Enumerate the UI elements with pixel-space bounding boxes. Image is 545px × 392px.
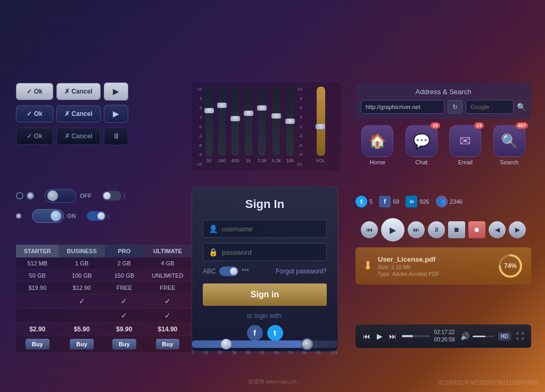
toggle-off-switch[interactable] [45,189,77,203]
ok-button-2[interactable]: ✓ Ok [16,105,53,122]
buy-button-starter[interactable]: Buy [26,339,49,349]
play-button-2[interactable]: ▶ [104,105,128,123]
home-icon: 🏠 [369,133,386,149]
eq-track-4[interactable] [245,87,252,156]
vp-fullscreen-button[interactable]: ⛶ [515,332,525,340]
eq-track-6[interactable] [272,87,280,156]
next-button[interactable]: ▶ [509,221,526,238]
table-row: ✓ ✓ ✓ [16,294,192,308]
facebook-login-button[interactable]: f [247,325,263,341]
pause-button-main[interactable]: ⏸ [428,221,445,238]
progress-circle: 74% [497,253,524,279]
ok-button-3[interactable]: ✓ Ok [16,128,53,145]
download-type: Type: Adobe Acrobat PDF [378,271,492,277]
eq-track-2[interactable] [218,87,226,156]
vp-play-button[interactable]: ▶ [376,332,384,340]
progress-svg [497,253,524,279]
vp-volume-track[interactable] [473,336,494,337]
eq-thumb-4[interactable] [244,111,253,116]
cancel-button-1[interactable]: ✗ Cancel [56,83,101,100]
lock-icon: 🔒 [209,248,218,256]
eq-thumb-2[interactable] [217,103,227,108]
toggle-row-2: ON | [16,209,125,223]
eq-track-5[interactable] [258,87,266,156]
pricing-section: STARTER BUSINESS PRO ULTIMATE 512 MB 1 G… [16,245,192,353]
cancel-button-3[interactable]: ✗ Cancel [56,128,101,145]
group-count: 2346 [450,198,463,205]
radio-dot-off[interactable] [16,192,23,199]
nav-icon-search[interactable]: 🔍 457 Search [493,125,525,165]
range-thumb-left[interactable] [221,339,232,349]
forgot-password-link[interactable]: Forgot password? [276,268,327,275]
pricing-table: STARTER BUSINESS PRO ULTIMATE 512 MB 1 G… [16,245,192,353]
rewind-button[interactable]: ⏮ [361,221,378,238]
small-toggle-label-2: | [108,213,110,219]
toggle-row-1: OFF | [16,189,125,203]
password-input[interactable] [222,248,321,256]
prev-button[interactable]: ◀ [489,221,506,238]
url-input[interactable] [361,100,444,114]
nav-icon-home[interactable]: 🏠 Home [361,125,393,165]
pricing-header-ultimate: ULTIMATE [144,245,192,257]
nav-icon-email[interactable]: ✉ 23 Email [449,125,481,165]
eq-bar-16k: 16k [286,87,294,163]
video-player-section: ⏮ ▶ ⏭ 02:17:22 00:26:58 🔊 HD ⛶ [356,324,531,348]
buy-button-business[interactable]: Buy [70,339,94,349]
search-label: Search [500,159,518,165]
toggle-on-switch[interactable] [32,209,64,223]
vp-rewind-button[interactable]: ⏮ [362,332,371,340]
table-row-buy: Buy Buy Buy Buy [16,336,192,353]
eq-track-3[interactable] [232,87,239,156]
cancel-button-2[interactable]: ✗ Cancel [56,105,101,122]
eq-thumb-vol[interactable] [316,124,325,129]
eq-track-1[interactable] [205,87,213,156]
eq-thumb-3[interactable] [230,116,240,121]
range-fill [192,340,301,348]
small-toggle-1[interactable] [102,191,121,201]
abc-toggle-group: ABC *** [203,266,249,276]
social-linkedin: in 926 [406,196,429,207]
buy-button-ultimate[interactable]: Buy [156,339,180,349]
home-label: Home [370,159,385,165]
twitter-count: 5 [369,198,373,205]
equalizer-section: 12 9 6 3 0 -3 -6 -9 -12 50 160 [192,82,341,189]
record-button[interactable]: ⏺ [468,221,485,238]
eq-scale-2: 12 9 6 3 0 -3 -6 -9 -12 [296,87,303,166]
vp-forward-button[interactable]: ⏭ [388,332,398,340]
range-thumb-right[interactable] [301,338,313,350]
vp-volume-icon: 🔊 [459,332,470,340]
eq-thumb-7[interactable] [285,119,295,124]
search-icon: 🔍 [517,100,526,114]
download-filename: User_License.pdf [378,255,492,263]
eq-track-vol[interactable] [317,87,325,156]
signin-button[interactable]: Sign in [203,283,327,306]
or-login-text: or login with: [203,312,327,320]
range-track[interactable] [192,340,338,348]
radio-dot-2[interactable] [16,213,21,219]
buy-button-pro[interactable]: Buy [112,339,136,349]
chat-icon: 💬 [413,133,430,149]
ok-button-1[interactable]: ✓ Ok [16,83,53,100]
vp-progress-track[interactable] [402,335,430,337]
eq-thumb-5[interactable] [257,105,267,111]
play-button-main[interactable]: ▶ [381,218,404,241]
password-toggle[interactable] [219,266,238,276]
signin-section: Sign In 👤 🔒 ABC *** Forgot password? Sig… [192,186,338,352]
vp-hd-badge: HD [498,332,511,340]
radio-dot-on[interactable] [27,192,34,199]
eq-thumb-1[interactable] [204,108,214,113]
twitter-login-button[interactable]: t [267,325,283,341]
fast-forward-button[interactable]: ⏭ [408,221,425,238]
play-button-1[interactable]: ▶ [104,82,128,101]
search-badge: 457 [516,122,528,129]
pause-button-3[interactable]: ⏸ [104,127,128,145]
search-input[interactable] [466,100,514,114]
stop-button[interactable]: ⏹ [448,221,465,238]
eq-thumb-6[interactable] [271,113,281,119]
nav-icon-chat[interactable]: 💬 19 Chat [406,125,437,165]
refresh-button[interactable]: ↻ [448,100,463,114]
username-input[interactable] [222,225,321,233]
signin-options: ABC *** Forgot password? [203,266,327,276]
eq-track-7[interactable] [286,87,294,156]
small-toggle-2[interactable] [87,211,106,221]
